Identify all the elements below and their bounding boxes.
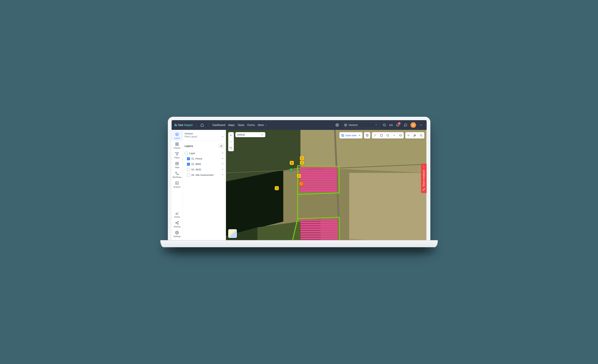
snap-icon xyxy=(407,134,410,137)
layer-checkbox[interactable] xyxy=(187,163,190,166)
svg-rect-53 xyxy=(300,222,338,223)
divider xyxy=(196,123,196,127)
map-marker-yellow[interactable] xyxy=(290,161,294,165)
svg-rect-48 xyxy=(300,183,337,185)
wrench-tool-button[interactable] xyxy=(412,132,418,139)
layer-label: 04. Site Assessment xyxy=(191,174,214,176)
sidebar-label: Settings xyxy=(174,235,181,238)
rect-tool-button[interactable] xyxy=(378,132,385,139)
sidebar-item-table[interactable]: Table xyxy=(172,160,183,170)
map-canvas[interactable]: ⋯ + − Default xyxy=(226,130,427,240)
home-button[interactable] xyxy=(199,122,205,128)
svg-point-85 xyxy=(367,135,367,135)
zoom-out-button[interactable]: − xyxy=(228,139,234,145)
map-marker-yellow[interactable] xyxy=(300,161,304,165)
sidebar-item-workflows[interactable]: Workflows xyxy=(172,170,183,180)
layer-item-mms[interactable]: 02. MMS xyxy=(185,161,224,167)
save-view-button[interactable]: Save view ✕ xyxy=(340,132,362,139)
map-marker-orange[interactable]: ⋯ xyxy=(299,182,304,186)
document-icon xyxy=(301,157,303,159)
search-tool-button[interactable] xyxy=(418,132,424,139)
layer-checkbox[interactable] xyxy=(187,174,190,177)
layer-item-fence[interactable]: 01. Fence xyxy=(185,156,224,161)
svg-rect-10 xyxy=(177,145,179,146)
svg-rect-8 xyxy=(176,143,177,144)
search-button[interactable] xyxy=(382,122,387,128)
brand-logo[interactable]: TaskMapper xyxy=(174,124,193,126)
search-icon xyxy=(383,123,386,127)
chevron-down-icon xyxy=(221,173,224,176)
chevron-down-icon xyxy=(221,163,224,165)
nav-forms[interactable]: Forms xyxy=(247,124,255,126)
svg-rect-54 xyxy=(300,224,338,225)
sidebar-item-layers[interactable]: Layers xyxy=(172,131,183,141)
map-marker-yellow[interactable] xyxy=(275,186,279,190)
layer-item-site-assessment[interactable]: 04. Site Assessment xyxy=(185,172,224,178)
sidebar-item-filters[interactable]: Filters xyxy=(172,150,183,160)
settings-gear-button[interactable] xyxy=(334,122,340,128)
nav-more[interactable]: More xyxy=(258,124,267,126)
chevron-down-icon xyxy=(420,124,422,126)
close-icon[interactable]: ✕ xyxy=(358,134,361,137)
layer-root[interactable]: Layer xyxy=(185,150,224,156)
gear-icon xyxy=(175,231,179,234)
svg-point-23 xyxy=(176,223,177,223)
sidebar-item-analyze[interactable]: Analyze xyxy=(172,180,183,190)
map-marker-yellow[interactable] xyxy=(297,174,301,178)
chart-icon xyxy=(175,211,179,215)
map-toolbar: Save view ✕ xyxy=(340,132,424,139)
sidebar-item-sharing[interactable]: Sharing xyxy=(172,219,183,229)
layer-checkbox[interactable] xyxy=(187,168,190,171)
layer-checkbox[interactable] xyxy=(187,157,190,160)
layer-item-skid[interactable]: 03. SKID xyxy=(185,167,224,172)
sidebar-item-classes[interactable]: Classes xyxy=(172,141,183,150)
view-dropdown[interactable]: Default xyxy=(235,132,265,137)
feedback-tab[interactable]: Share feedback ⋯ xyxy=(421,164,427,193)
asset-picker[interactable]: Horizon xyxy=(342,122,380,128)
snap-tool-button[interactable] xyxy=(405,132,412,139)
square-icon xyxy=(380,134,383,137)
user-menu-button[interactable] xyxy=(418,122,424,128)
chevron-down-icon xyxy=(221,168,224,171)
layer-label: 03. SKID xyxy=(191,168,201,171)
circle-tool-button[interactable] xyxy=(385,132,391,139)
layer-checkbox[interactable] xyxy=(185,152,188,155)
nav-dashboard[interactable]: Dashboard xyxy=(212,124,225,126)
rotate-icon xyxy=(230,147,232,149)
ellipse-tool-button[interactable] xyxy=(397,132,404,139)
map-marker-green[interactable] xyxy=(290,168,293,171)
svg-line-26 xyxy=(176,222,178,223)
document-icon xyxy=(276,187,278,189)
user-avatar[interactable]: M xyxy=(410,122,416,128)
svg-line-25 xyxy=(176,223,178,223)
chat-button[interactable] xyxy=(403,122,409,128)
search-icon xyxy=(420,134,423,137)
line-tool-button[interactable] xyxy=(372,132,378,139)
add-layer-button[interactable] xyxy=(219,143,224,149)
map-marker-yellow[interactable] xyxy=(300,156,304,160)
nav-tasks[interactable]: Tasks xyxy=(238,124,245,126)
notifications-button[interactable]: 6 xyxy=(395,122,401,128)
grid-icon xyxy=(175,142,179,146)
filter-icon xyxy=(175,152,179,156)
svg-point-90 xyxy=(399,135,402,136)
svg-line-86 xyxy=(374,134,376,136)
language-switch[interactable]: EN xyxy=(389,124,393,126)
document-icon xyxy=(291,162,293,164)
nav-maps[interactable]: Maps xyxy=(228,124,235,126)
point-tool-button[interactable] xyxy=(391,132,397,139)
layers-icon xyxy=(175,132,179,136)
panel-subtitle-row[interactable]: Plant Layout xyxy=(185,135,224,141)
zoom-in-button[interactable]: + xyxy=(228,132,234,139)
layer-label: Layer xyxy=(189,152,195,155)
sidebar-item-charts[interactable]: Charts xyxy=(172,210,183,219)
svg-rect-55 xyxy=(300,226,338,228)
svg-line-96 xyxy=(422,136,422,136)
sidebar-item-settings[interactable]: Settings xyxy=(172,229,183,239)
svg-rect-50 xyxy=(300,188,337,190)
reset-rotation-button[interactable] xyxy=(228,145,234,151)
svg-point-17 xyxy=(178,174,179,175)
basemap-switcher[interactable] xyxy=(228,229,237,238)
chat-icon xyxy=(404,123,407,127)
pin-tool-button[interactable] xyxy=(364,132,370,139)
